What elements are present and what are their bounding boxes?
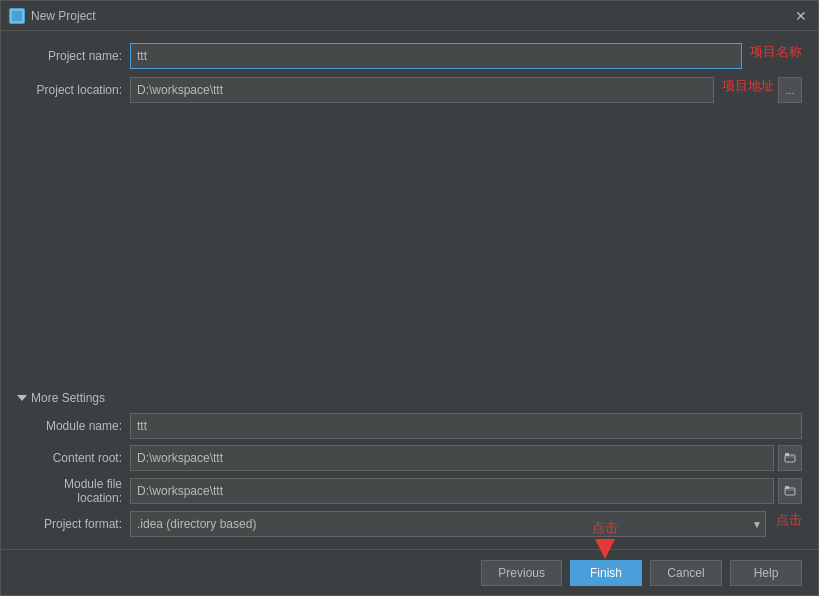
project-format-select[interactable]: .idea (directory based) [130, 511, 766, 537]
click-annotation-text: 点击 [592, 519, 618, 537]
project-location-label: Project location: [17, 83, 122, 97]
more-settings-toggle[interactable]: More Settings [17, 391, 802, 405]
svg-rect-5 [785, 486, 789, 489]
module-file-location-browse-button[interactable] [778, 478, 802, 504]
project-format-annotation: 点击 [776, 511, 802, 537]
project-location-browse-button[interactable]: ... [778, 77, 802, 103]
new-project-dialog: New Project ✕ Project name: 项目名称 Project… [0, 0, 819, 596]
svg-rect-4 [785, 488, 795, 495]
svg-rect-3 [785, 453, 789, 456]
arrow-down-icon [595, 539, 615, 559]
project-location-row: Project location: 项目地址 ... [17, 77, 802, 103]
content-root-browse-button[interactable] [778, 445, 802, 471]
project-location-annotation: 项目地址 [722, 77, 774, 103]
finish-button[interactable]: Finish [570, 560, 642, 586]
previous-button[interactable]: Previous [481, 560, 562, 586]
content-root-input[interactable] [130, 445, 774, 471]
content-spacer [17, 111, 802, 383]
project-location-input[interactable] [130, 77, 714, 103]
content-root-label: Content root: [17, 451, 122, 465]
project-format-select-wrap: .idea (directory based) ▼ [130, 511, 766, 537]
project-name-label: Project name: [17, 49, 122, 63]
close-button[interactable]: ✕ [792, 7, 810, 25]
more-settings-title: More Settings [31, 391, 105, 405]
module-file-location-row: Module file location: [17, 477, 802, 505]
more-settings-section: More Settings Module name: Content root: [17, 391, 802, 537]
module-file-location-label: Module file location: [17, 477, 122, 505]
module-file-location-input[interactable] [130, 478, 774, 504]
more-settings-content: Module name: Content root: [17, 413, 802, 537]
dialog-title: New Project [31, 9, 96, 23]
project-format-input-wrap: .idea (directory based) ▼ 点击 [130, 511, 802, 537]
content-root-row: Content root: [17, 445, 802, 471]
cancel-button[interactable]: Cancel [650, 560, 722, 586]
content-root-input-wrap [130, 445, 802, 471]
module-file-location-input-wrap [130, 478, 802, 504]
app-icon [9, 8, 25, 24]
project-name-annotation: 项目名称 [750, 43, 802, 69]
project-name-row: Project name: 项目名称 [17, 43, 802, 69]
finish-annotation: 点击 [592, 519, 618, 559]
svg-rect-1 [13, 12, 21, 20]
svg-rect-2 [785, 455, 795, 462]
project-format-label: Project format: [17, 517, 122, 531]
title-bar: New Project ✕ [1, 1, 818, 31]
project-name-input-wrap: 项目名称 [130, 43, 802, 69]
module-name-input[interactable] [130, 413, 802, 439]
module-name-input-wrap [130, 413, 802, 439]
project-name-input[interactable] [130, 43, 742, 69]
module-name-label: Module name: [17, 419, 122, 433]
project-location-input-wrap: 项目地址 ... [130, 77, 802, 103]
module-name-row: Module name: [17, 413, 802, 439]
dialog-content: Project name: 项目名称 Project location: 项目地… [1, 31, 818, 549]
triangle-icon [17, 395, 27, 401]
title-bar-left: New Project [9, 8, 96, 24]
project-format-row: Project format: .idea (directory based) … [17, 511, 802, 537]
dialog-footer: 点击 Previous Finish Cancel Help [1, 549, 818, 595]
help-button[interactable]: Help [730, 560, 802, 586]
